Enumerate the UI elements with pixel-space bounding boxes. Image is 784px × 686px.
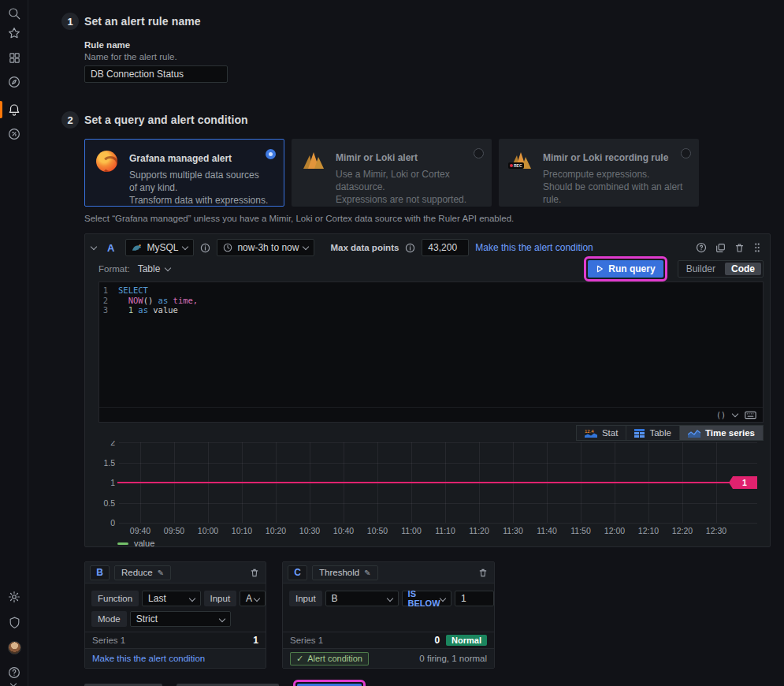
run-query-button[interactable]: Run query [588,260,663,278]
datasource-info-icon[interactable] [200,243,210,253]
keyboard-shortcuts-icon[interactable] [745,411,756,419]
explore-icon[interactable] [6,73,23,91]
option-description: Use a Mimir, Loki or Cortex datasource. … [336,168,476,206]
security-icon[interactable] [6,613,23,631]
mimir-logo-icon [303,148,326,206]
mimir-recording-logo-icon: REC [510,148,533,206]
alerting-icon[interactable] [6,101,23,118]
series-result-row: Series 1 0 Normal [283,632,494,648]
format-label: Format: [98,264,130,274]
chart-legend: value [117,539,154,548]
expression-ref-badge: B [90,565,110,580]
sql-code[interactable]: 1SELECT2 NOW() as time,3 1 as value [99,282,763,407]
make-alert-condition-link[interactable]: Make this the alert condition [475,242,593,253]
option-title: Mimir or Loki recording rule [543,148,683,163]
duplicate-query-icon[interactable] [715,243,726,253]
step-2-section: 2 Set a query and alert condition Grafan… [61,111,784,686]
annotation-run-query: Run query [584,256,667,281]
legend-swatch [117,542,128,545]
expression-ref-badge: C [288,565,307,580]
svg-text:12.4: 12.4 [585,429,594,434]
input-select[interactable]: B [325,591,399,606]
time-range-select[interactable]: now-3h to now [217,239,314,256]
mode-select[interactable]: Strict [130,611,231,627]
delete-query-icon[interactable] [734,243,745,253]
step-2-title: Set a query and alert condition [84,114,248,126]
dashboards-icon[interactable] [6,49,23,66]
input-label: Input [204,591,237,606]
query-help-icon[interactable] [696,242,707,253]
expression-threshold: C Threshold✎ Input [282,561,495,669]
step-1-section: 1 Set an alert rule name Rule name Name … [61,13,784,83]
code-option[interactable]: Code [725,263,761,275]
alert-condition-badge: ✓ Alert condition [290,652,369,665]
grafana-alert-rule-page: 1 Set an alert rule name Rule name Name … [0,0,784,686]
make-alert-condition-link[interactable]: Make this the alert condition [92,654,205,663]
rule-name-input[interactable] [84,65,228,83]
time-series-chart: 00.511.5209:4009:5010:0010:1010:2010:301… [98,441,767,551]
check-icon: ✓ [296,654,303,664]
rec-badge: REC [508,162,524,169]
query-header: A MySQL now-3h to now [85,234,770,257]
series-result-row: Series 1 1 [85,632,266,648]
rule-name-label: Rule name [84,40,784,50]
step-1-number: 1 [61,13,79,30]
brackets-indicator[interactable]: () [716,411,726,419]
option-mimir-loki-recording-rule[interactable]: REC Mimir or Loki recording rule Precomp… [499,139,699,207]
delete-expression-icon[interactable] [250,568,259,578]
radio-selected-icon[interactable] [266,149,276,159]
edit-pencil-icon: ✎ [158,569,164,577]
viz-tab-time-series[interactable]: Time series [680,425,764,441]
expression-kind-button[interactable]: Reduce✎ [114,565,171,580]
edit-pencil-icon: ✎ [364,569,370,577]
settings-icon[interactable] [6,588,23,606]
radio-unselected-icon[interactable] [681,148,691,158]
viz-tab-table[interactable]: Table [626,425,680,441]
table-icon [634,429,645,438]
max-data-points-input[interactable] [422,239,469,256]
main-content: 1 Set an alert rule name Rule name Name … [28,0,784,686]
delete-expression-icon[interactable] [478,568,488,578]
stat-icon: 12.4 [585,428,597,438]
statusbar-chevron-icon[interactable] [732,411,738,417]
starred-icon[interactable] [6,24,23,42]
option-title: Mimir or Loki alert [336,148,476,163]
mysql-icon [132,244,142,252]
format-select[interactable]: Table [138,263,171,274]
builder-option[interactable]: Builder [678,263,723,274]
operator-select[interactable]: IS BELOW [402,591,451,606]
firing-summary: 0 firing, 1 normal [419,654,487,663]
radio-unselected-icon[interactable] [474,148,484,158]
input-select[interactable]: A [240,591,266,606]
active-nav-indicator [0,101,2,118]
expressions-row: B Reduce✎ Function [84,561,784,669]
help-icon[interactable] [6,664,23,681]
threshold-value-input[interactable] [455,591,494,606]
option-mimir-loki-alert[interactable]: Mimir or Loki alert Use a Mimir, Loki or… [292,139,492,207]
function-select[interactable]: Last [142,591,200,606]
sql-editor[interactable]: 1SELECT2 NOW() as time,3 1 as value () [98,281,764,423]
search-icon[interactable] [6,5,23,22]
series-line [117,482,730,483]
normal-state-badge: Normal [446,635,487,646]
collapse-chevron-icon[interactable] [91,244,97,250]
max-data-points-info-icon[interactable] [405,243,415,253]
connections-icon[interactable] [6,125,23,143]
drag-handle-icon[interactable] [753,242,761,253]
query-panel: A MySQL now-3h to now [84,233,771,547]
option-grafana-managed-alert[interactable]: Grafana managed alert Supports multiple … [84,139,284,207]
clock-icon [223,243,232,252]
time-series-icon [688,429,700,438]
expression-kind-button[interactable]: Threshold✎ [312,565,378,580]
play-icon [596,265,604,273]
visualization-tabs: 12.4 Stat Table Time series [85,423,770,441]
datasource-select[interactable]: MySQL [125,239,194,256]
step-1-title: Set an alert rule name [84,15,201,28]
option-description: Supports multiple data sources of any ki… [129,169,269,207]
alert-type-options: Grafana managed alert Supports multiple … [84,139,784,207]
query-options-row: Format: Table Run query [85,258,770,280]
query-ref-id: A [107,242,114,254]
sidebar [0,0,28,686]
profile-avatar[interactable] [6,639,23,656]
viz-tab-stat[interactable]: 12.4 Stat [576,425,626,441]
